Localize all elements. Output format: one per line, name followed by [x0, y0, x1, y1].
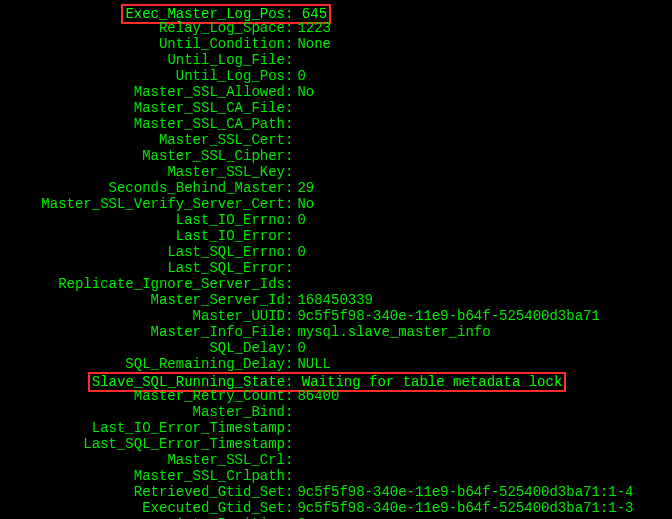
field-label: Master_Retry_Count — [0, 388, 285, 404]
field-label: Master_SSL_Allowed — [0, 84, 285, 100]
field-label: Seconds_Behind_Master — [0, 180, 285, 196]
field-label: Master_SSL_Crlpath — [0, 468, 285, 484]
field-label: Master_Info_File — [0, 324, 285, 340]
field-label: Last_SQL_Error — [0, 260, 285, 276]
field-value: 9c5f5f98-340e-11e9-b64f-525400d3ba71:1-3 — [293, 500, 633, 516]
field-label: Master_SSL_CA_Path — [0, 116, 285, 132]
field-value: 29 — [293, 180, 314, 196]
field-label: SQL_Delay — [0, 340, 285, 356]
status-row: Master_SSL_CA_Path: — [0, 116, 670, 132]
field-value: 0 — [293, 340, 305, 356]
status-row: Until_Condition:None — [0, 36, 670, 52]
field-label: Master_SSL_CA_File — [0, 100, 285, 116]
field-label: Master_Bind — [0, 404, 285, 420]
field-value: 9c5f5f98-340e-11e9-b64f-525400d3ba71 — [293, 308, 599, 324]
field-label: Master_Server_Id — [0, 292, 285, 308]
status-row: Master_SSL_CA_File: — [0, 100, 670, 116]
status-row: SQL_Delay:0 — [0, 340, 670, 356]
status-row: Until_Log_Pos:0 — [0, 68, 670, 84]
field-value: 0 — [293, 68, 305, 84]
field-value: 1223 — [293, 20, 331, 36]
field-value: 86400 — [293, 388, 339, 404]
status-row: Last_IO_Errno:0 — [0, 212, 670, 228]
status-row: Master_SSL_Cipher: — [0, 148, 670, 164]
status-row: Master_SSL_Cert: — [0, 132, 670, 148]
status-row: Executed_Gtid_Set:9c5f5f98-340e-11e9-b64… — [0, 500, 670, 516]
field-value: 0 — [293, 244, 305, 260]
field-label: Executed_Gtid_Set — [0, 500, 285, 516]
field-label: Until_Log_File — [0, 52, 285, 68]
field-label: Relay_Log_Space — [0, 20, 285, 36]
status-row: Exec_Master_Log_Pos: 645 — [0, 4, 670, 20]
field-value: 9c5f5f98-340e-11e9-b64f-525400d3ba71:1-4 — [293, 484, 633, 500]
field-label: Until_Log_Pos — [0, 68, 285, 84]
status-row: Master_UUID:9c5f5f98-340e-11e9-b64f-5254… — [0, 308, 670, 324]
field-label: Replicate_Ignore_Server_Ids — [0, 276, 285, 292]
status-row: Retrieved_Gtid_Set:9c5f5f98-340e-11e9-b6… — [0, 484, 670, 500]
status-row: Master_SSL_Crl: — [0, 452, 670, 468]
status-row: Master_SSL_Crlpath: — [0, 468, 670, 484]
status-row: Master_Server_Id:168450339 — [0, 292, 670, 308]
field-label: SQL_Remaining_Delay — [0, 356, 285, 372]
status-row: Master_SSL_Key: — [0, 164, 670, 180]
field-value: None — [293, 36, 331, 52]
field-label: Retrieved_Gtid_Set — [0, 484, 285, 500]
status-row: Master_SSL_Allowed:No — [0, 84, 670, 100]
status-row: Master_Bind: — [0, 404, 670, 420]
field-label: Master_SSL_Cert — [0, 132, 285, 148]
status-row: Last_IO_Error: — [0, 228, 670, 244]
status-row: Last_IO_Error_Timestamp: — [0, 420, 670, 436]
field-label: Master_SSL_Cipher — [0, 148, 285, 164]
status-row: Last_SQL_Error_Timestamp: — [0, 436, 670, 452]
field-value: mysql.slave_master_info — [293, 324, 490, 340]
field-label: Master_UUID — [0, 308, 285, 324]
status-row: Last_SQL_Errno:0 — [0, 244, 670, 260]
status-row: Slave_SQL_Running_State: Waiting for tab… — [0, 372, 670, 388]
status-row: Master_Retry_Count:86400 — [0, 388, 670, 404]
status-row: SQL_Remaining_Delay:NULL — [0, 356, 670, 372]
field-value: NULL — [293, 356, 331, 372]
field-label: Master_SSL_Crl — [0, 452, 285, 468]
field-label: Last_IO_Error_Timestamp — [0, 420, 285, 436]
field-value: No — [293, 84, 314, 100]
field-value: Waiting for table metadata lock — [302, 374, 562, 390]
field-value: 168450339 — [293, 292, 373, 308]
field-label: Last_IO_Error — [0, 228, 285, 244]
status-row: Master_SSL_Verify_Server_Cert:No — [0, 196, 670, 212]
field-label: Master_SSL_Verify_Server_Cert — [0, 196, 285, 212]
status-row: Master_Info_File:mysql.slave_master_info — [0, 324, 670, 340]
field-label: Master_SSL_Key — [0, 164, 285, 180]
status-row: Replicate_Ignore_Server_Ids: — [0, 276, 670, 292]
field-label: Until_Condition — [0, 36, 285, 52]
field-label: Last_IO_Errno — [0, 212, 285, 228]
status-row: Last_SQL_Error: — [0, 260, 670, 276]
field-value: No — [293, 196, 314, 212]
field-value: 0 — [293, 212, 305, 228]
status-row: Seconds_Behind_Master:29 — [0, 180, 670, 196]
status-row: Until_Log_File: — [0, 52, 670, 68]
field-label: Last_SQL_Errno — [0, 244, 285, 260]
field-label: Last_SQL_Error_Timestamp — [0, 436, 285, 452]
status-row: Relay_Log_Space:1223 — [0, 20, 670, 36]
terminal-output: Exec_Master_Log_Pos: 645Relay_Log_Space:… — [0, 0, 672, 519]
